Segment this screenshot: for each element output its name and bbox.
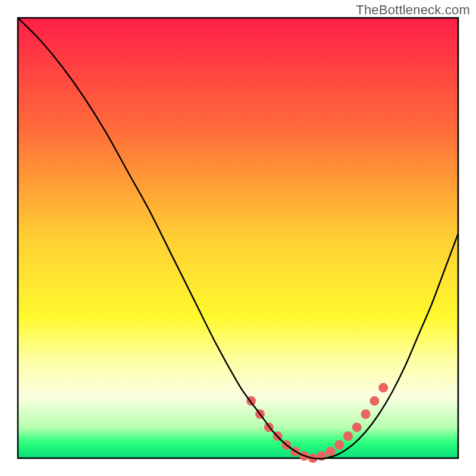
marker-point bbox=[352, 422, 362, 432]
marker-point bbox=[325, 447, 335, 456]
marker-point bbox=[343, 431, 353, 441]
marker-point bbox=[334, 440, 344, 450]
marker-point bbox=[369, 396, 379, 406]
marker-point bbox=[378, 383, 388, 393]
chart-svg bbox=[0, 0, 476, 476]
chart-container: { "watermark": "TheBottleneck.com", "cha… bbox=[0, 0, 476, 476]
watermark-text: TheBottleneck.com bbox=[356, 2, 470, 18]
marker-point bbox=[361, 409, 371, 419]
